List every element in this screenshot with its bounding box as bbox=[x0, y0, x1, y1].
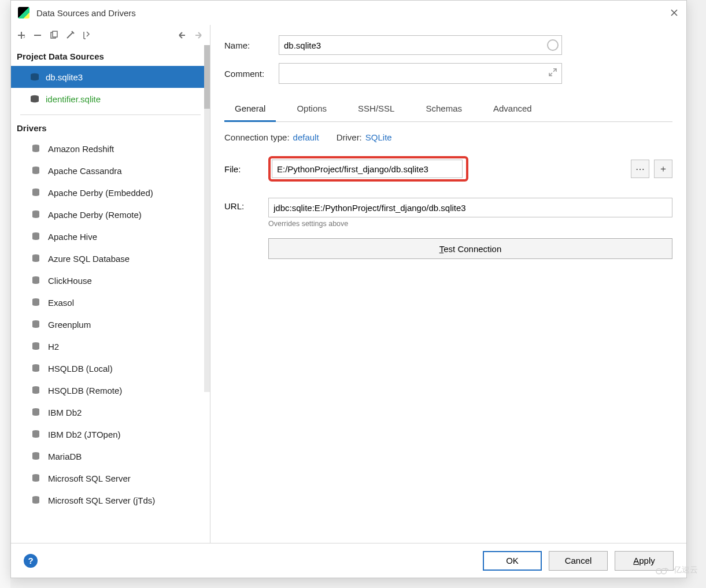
window-title: Data Sources and Drivers bbox=[36, 8, 669, 18]
driver-icon bbox=[29, 297, 42, 308]
driver-item[interactable]: Microsoft SQL Server (jTds) bbox=[11, 489, 210, 511]
driver-label: HSQLDB (Remote) bbox=[48, 386, 122, 395]
driver-item[interactable]: Greenplum bbox=[11, 313, 210, 335]
cancel-button[interactable]: Cancel bbox=[549, 551, 608, 571]
tab-options[interactable]: Options bbox=[286, 98, 337, 121]
driver-label: Microsoft SQL Server (jTds) bbox=[48, 495, 155, 505]
driver-item[interactable]: Apache Derby (Embedded) bbox=[11, 182, 210, 204]
data-source-item[interactable]: db.sqlite3 bbox=[11, 66, 210, 88]
right-panel: Name: Comment: G bbox=[210, 25, 686, 543]
driver-label: HSQLDB (Local) bbox=[48, 364, 113, 373]
ok-button[interactable]: OK bbox=[483, 551, 542, 571]
apply-button[interactable]: Apply bbox=[615, 551, 674, 571]
name-label: Name: bbox=[224, 40, 279, 50]
driver-icon bbox=[29, 429, 42, 439]
url-input[interactable] bbox=[268, 198, 672, 217]
driver-icon bbox=[29, 495, 42, 505]
section-divider bbox=[20, 114, 201, 115]
database-icon bbox=[29, 73, 40, 81]
driver-item[interactable]: MariaDB bbox=[11, 445, 210, 467]
driver-icon bbox=[29, 385, 42, 395]
database-icon bbox=[29, 95, 40, 103]
duplicate-button[interactable] bbox=[46, 27, 62, 43]
browse-file-button[interactable]: ⋯ bbox=[631, 160, 649, 178]
name-input[interactable] bbox=[279, 35, 562, 55]
driver-icon bbox=[29, 275, 42, 286]
driver-label: ClickHouse bbox=[48, 276, 92, 286]
left-panel: Project Data Sources db.sqlite3identifie… bbox=[11, 25, 210, 543]
driver-label: IBM Db2 bbox=[48, 408, 82, 417]
tab-bar: GeneralOptionsSSH/SSLSchemasAdvanced bbox=[224, 98, 672, 122]
test-connection-button[interactable]: Test Connection bbox=[268, 238, 672, 259]
driver-label: IBM Db2 (JTOpen) bbox=[48, 430, 121, 439]
redo-button[interactable] bbox=[190, 27, 206, 43]
driver-item[interactable]: Apache Derby (Remote) bbox=[11, 204, 210, 225]
remove-button[interactable] bbox=[29, 27, 46, 43]
driver-label: Azure SQL Database bbox=[48, 254, 130, 264]
driver-label: H2 bbox=[48, 342, 59, 352]
connection-type-label: Connection type: bbox=[224, 132, 290, 142]
driver-item[interactable]: Apache Cassandra bbox=[11, 160, 210, 182]
driver-label: Amazon Redshift bbox=[48, 144, 114, 154]
driver-icon bbox=[29, 363, 42, 373]
help-button[interactable]: ? bbox=[24, 554, 38, 568]
left-scrollbar-thumb[interactable] bbox=[204, 45, 210, 109]
driver-label: Microsoft SQL Server bbox=[48, 474, 131, 483]
add-button[interactable] bbox=[13, 27, 29, 43]
driver-icon bbox=[29, 165, 42, 176]
driver-item[interactable]: Exasol bbox=[11, 291, 210, 313]
driver-icon bbox=[29, 407, 42, 417]
background-gutter bbox=[0, 0, 10, 588]
driver-item[interactable]: Azure SQL Database bbox=[11, 247, 210, 269]
driver-label: Greenplum bbox=[48, 320, 91, 330]
tab-advanced[interactable]: Advanced bbox=[483, 98, 542, 121]
pycharm-icon bbox=[18, 7, 29, 19]
left-toolbar bbox=[11, 25, 210, 46]
file-label: File: bbox=[224, 164, 268, 174]
project-data-sources-header: Project Data Sources bbox=[11, 46, 210, 66]
url-hint: Overrides settings above bbox=[268, 220, 672, 228]
driver-label: Driver: bbox=[337, 132, 362, 142]
driver-icon bbox=[29, 319, 42, 330]
new-file-button[interactable]: ＋ bbox=[654, 160, 672, 178]
driver-label: Apache Derby (Remote) bbox=[48, 210, 142, 220]
make-global-button[interactable] bbox=[78, 27, 94, 43]
connection-type-value[interactable]: default bbox=[293, 132, 319, 142]
driver-item[interactable]: Amazon Redshift bbox=[11, 138, 210, 160]
driver-item[interactable]: HSQLDB (Local) bbox=[11, 357, 210, 379]
file-input[interactable] bbox=[272, 160, 463, 178]
settings-button[interactable] bbox=[62, 27, 78, 43]
undo-button[interactable] bbox=[174, 27, 190, 43]
driver-link[interactable]: SQLite bbox=[365, 132, 392, 142]
tab-general[interactable]: General bbox=[224, 98, 276, 122]
file-highlight-annotation bbox=[268, 156, 468, 182]
driver-label: Exasol bbox=[48, 298, 74, 308]
drivers-header: Drivers bbox=[11, 117, 210, 138]
driver-item[interactable]: H2 bbox=[11, 335, 210, 357]
driver-item[interactable]: Microsoft SQL Server bbox=[11, 467, 210, 489]
driver-icon bbox=[29, 253, 42, 264]
driver-item[interactable]: ClickHouse bbox=[11, 269, 210, 291]
tab-ssh-ssl[interactable]: SSH/SSL bbox=[348, 98, 405, 121]
driver-icon bbox=[29, 473, 42, 483]
tab-schemas[interactable]: Schemas bbox=[415, 98, 472, 121]
dialog-footer: ? OK Cancel Apply bbox=[11, 543, 686, 578]
driver-icon bbox=[29, 231, 42, 242]
comment-label: Comment: bbox=[224, 69, 279, 79]
data-sources-dialog: Data Sources and Drivers Project Data So… bbox=[10, 0, 687, 578]
expand-comment-icon[interactable] bbox=[549, 68, 557, 79]
driver-label: MariaDB bbox=[48, 452, 82, 461]
titlebar: Data Sources and Drivers bbox=[11, 1, 686, 25]
driver-item[interactable]: HSQLDB (Remote) bbox=[11, 379, 210, 401]
reset-name-button[interactable] bbox=[547, 39, 559, 51]
close-button[interactable] bbox=[669, 8, 679, 18]
driver-label: Apache Derby (Embedded) bbox=[48, 188, 153, 198]
driver-item[interactable]: IBM Db2 (JTOpen) bbox=[11, 423, 210, 445]
data-source-item[interactable]: identifier.sqlite bbox=[11, 88, 210, 110]
driver-item[interactable]: IBM Db2 bbox=[11, 401, 210, 423]
driver-item[interactable]: Apache Hive bbox=[11, 225, 210, 247]
url-label: URL: bbox=[224, 198, 268, 211]
driver-label: Apache Cassandra bbox=[48, 166, 122, 176]
comment-input[interactable] bbox=[279, 63, 562, 84]
data-source-label: db.sqlite3 bbox=[46, 72, 83, 82]
